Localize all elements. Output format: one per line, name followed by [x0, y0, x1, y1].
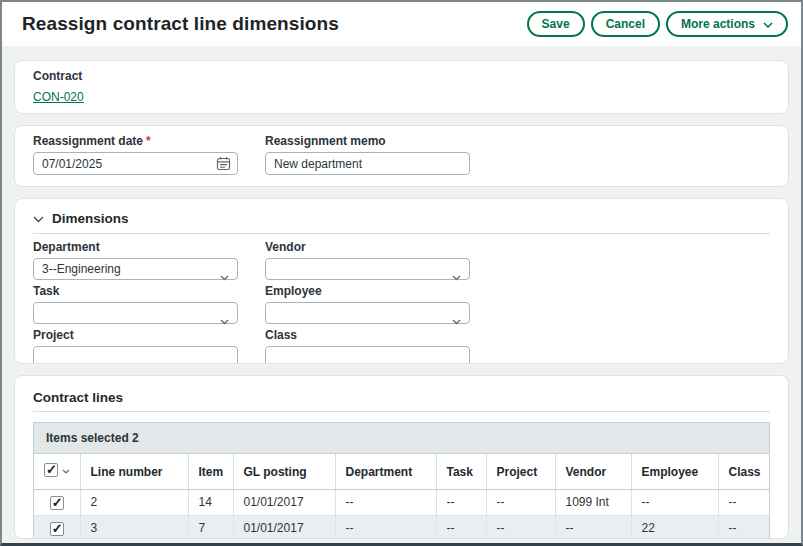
reassignment-memo-label: Reassignment memo [265, 135, 470, 148]
dimensions-section-toggle[interactable]: Dimensions [33, 203, 770, 234]
chevron-down-icon [452, 267, 461, 287]
vendor-label: Vendor [265, 241, 470, 254]
cell-class: -- [718, 515, 769, 539]
cell-class: -- [718, 490, 769, 516]
employee-select[interactable] [265, 302, 470, 324]
contract-link[interactable]: CON-020 [33, 90, 84, 104]
column-header-gl-posting: GL posting [233, 454, 335, 490]
class-field: Class [265, 329, 470, 364]
chevron-down-icon [220, 267, 229, 287]
column-header-class: Class [718, 454, 769, 490]
class-label: Class [265, 329, 470, 342]
cancel-button[interactable]: Cancel [591, 11, 660, 37]
chevron-down-icon [220, 355, 229, 364]
department-select-value: 3--Engineering [42, 262, 121, 276]
contract-label: Contract [33, 70, 770, 83]
more-actions-label: More actions [681, 17, 755, 31]
cell-gl-posting: 01/01/2017 [233, 490, 335, 516]
cell-task: -- [436, 515, 486, 539]
department-field: Department 3--Engineering [33, 241, 238, 280]
column-header-line-number: Line number [80, 454, 188, 490]
column-header-project: Project [486, 454, 555, 490]
collapse-chevron-icon [33, 209, 44, 227]
row-checkbox[interactable] [50, 522, 64, 536]
cell-item: 7 [188, 515, 233, 539]
cell-project: -- [486, 515, 555, 539]
cell-department: -- [335, 515, 436, 539]
contract-lines-table: Items selected 2 Line number I [33, 422, 770, 539]
cell-vendor: 1099 Int [555, 490, 631, 516]
cell-vendor: -- [555, 515, 631, 539]
employee-label: Employee [265, 285, 470, 298]
vendor-field: Vendor [265, 241, 470, 280]
project-label: Project [33, 329, 238, 342]
page-title: Reassign contract line dimensions [22, 13, 339, 35]
chevron-down-icon [763, 17, 773, 31]
reassignment-date-field: Reassignment date* [33, 135, 238, 175]
cell-department: -- [335, 490, 436, 516]
dimensions-section-title: Dimensions [52, 211, 129, 226]
items-selected-bar: Items selected 2 [34, 423, 769, 454]
task-field: Task [33, 285, 238, 324]
employee-field: Employee [265, 285, 470, 324]
cell-task: -- [436, 490, 486, 516]
class-select[interactable] [265, 346, 470, 364]
contract-card: Contract CON-020 [14, 60, 789, 114]
chevron-down-icon [220, 311, 229, 331]
table-row[interactable]: 2 14 01/01/2017 -- -- -- 1099 Int -- -- [34, 490, 769, 516]
reassignment-date-label: Reassignment date* [33, 135, 238, 148]
cell-employee: -- [631, 490, 718, 516]
required-asterisk: * [146, 134, 151, 148]
select-all-checkbox[interactable] [44, 463, 58, 477]
reassignment-date-input[interactable] [33, 152, 238, 175]
cell-line-number: 2 [80, 490, 188, 516]
department-label: Department [33, 241, 238, 254]
task-label: Task [33, 285, 238, 298]
column-header-department: Department [335, 454, 436, 490]
column-header-vendor: Vendor [555, 454, 631, 490]
project-field: Project [33, 329, 238, 364]
row-checkbox[interactable] [50, 496, 64, 510]
table-row[interactable]: 3 7 01/01/2017 -- -- -- -- 22 -- [34, 515, 769, 539]
cell-line-number: 3 [80, 515, 188, 539]
contract-lines-card: Contract lines Items selected 2 [14, 375, 789, 539]
main-content: Contract CON-020 Reassignment date* Reas… [2, 46, 801, 543]
table-header-row: Line number Item GL posting Department T… [34, 454, 769, 490]
cell-project: -- [486, 490, 555, 516]
more-actions-button[interactable]: More actions [666, 11, 788, 37]
project-select[interactable] [33, 346, 238, 364]
cell-item: 14 [188, 490, 233, 516]
save-button[interactable]: Save [527, 11, 585, 37]
department-select[interactable]: 3--Engineering [33, 258, 238, 280]
task-select[interactable] [33, 302, 238, 324]
reassignment-memo-field: Reassignment memo [265, 135, 470, 175]
cell-employee: 22 [631, 515, 718, 539]
reassignment-card: Reassignment date* Reassignment memo [14, 125, 789, 187]
page-header: Reassign contract line dimensions Save C… [2, 2, 801, 46]
vendor-select[interactable] [265, 258, 470, 280]
cell-gl-posting: 01/01/2017 [233, 515, 335, 539]
contract-lines-title: Contract lines [33, 384, 770, 412]
chevron-down-icon [452, 311, 461, 331]
column-header-employee: Employee [631, 454, 718, 490]
calendar-icon[interactable] [216, 156, 231, 171]
chevron-down-icon [452, 355, 461, 364]
reassignment-memo-input[interactable] [265, 152, 470, 175]
dimensions-card: Dimensions Department 3--Engineering Ven… [14, 198, 789, 364]
column-header-item: Item [188, 454, 233, 490]
select-all-chevron-icon[interactable] [62, 463, 70, 477]
column-header-task: Task [436, 454, 486, 490]
